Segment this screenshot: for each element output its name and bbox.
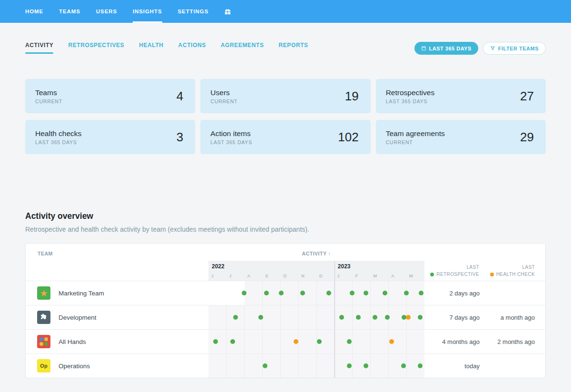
nav-item-teams[interactable]: TEAMS bbox=[59, 0, 80, 23]
activity-dot-retrospective bbox=[230, 339, 235, 344]
last-retrospective-column-header[interactable]: LAST RETROSPECTIVE bbox=[430, 264, 479, 278]
activity-table-body: ★Marketing Team2 days agoDevelopment7 da… bbox=[26, 281, 545, 378]
last-retrospective-value: today bbox=[424, 354, 488, 378]
tab-health[interactable]: HEALTH bbox=[139, 42, 163, 54]
tab-activity[interactable]: ACTIVITY bbox=[25, 42, 53, 54]
stat-card-value: 29 bbox=[520, 130, 534, 145]
timeline-month-cell bbox=[298, 330, 316, 353]
month-label: J bbox=[226, 274, 245, 280]
team-name: All Hands bbox=[59, 338, 86, 345]
timeline-month-cell bbox=[316, 354, 335, 378]
timeline-month-cell bbox=[226, 354, 244, 378]
month-label: M bbox=[370, 274, 388, 280]
activity-dot-retrospective bbox=[404, 291, 409, 295]
stat-card-value: 27 bbox=[520, 89, 534, 104]
timeline-month-cell bbox=[244, 281, 262, 305]
activity-dot-retrospective bbox=[364, 363, 368, 368]
stat-card-value: 19 bbox=[345, 89, 359, 104]
activity-dot-retrospective bbox=[213, 339, 218, 344]
activity-dot-retrospective bbox=[279, 291, 284, 295]
timeline-month-cells bbox=[208, 354, 424, 378]
insights-tabs: ACTIVITYRETROSPECTIVESHEALTHACTIONSAGREE… bbox=[25, 42, 546, 55]
stat-card-action-items: Action itemsLAST 365 DAYS102 bbox=[200, 120, 370, 154]
star-icon: ★ bbox=[39, 289, 48, 298]
last-retrospective-value: 7 days ago bbox=[424, 305, 488, 329]
timeline-month-cell bbox=[262, 305, 280, 329]
stat-card-users: UsersCURRENT19 bbox=[200, 79, 370, 113]
activity-dot-retrospective bbox=[373, 315, 377, 320]
timeline-month-cell bbox=[352, 330, 370, 353]
activity-dot-retrospective bbox=[242, 291, 246, 295]
tab-actions[interactable]: ACTIONS bbox=[178, 42, 206, 54]
stat-card-subtitle: CURRENT bbox=[210, 98, 237, 104]
activity-timeline bbox=[208, 281, 424, 305]
timeline-month-cell bbox=[406, 330, 424, 353]
year-label-2023: 2023 bbox=[338, 263, 351, 270]
nav-item-settings[interactable]: SETTINGS bbox=[178, 0, 209, 23]
month-label: S bbox=[262, 274, 280, 280]
activity-timeline bbox=[208, 305, 424, 329]
gift-icon[interactable] bbox=[224, 0, 231, 23]
month-label: N bbox=[298, 274, 316, 280]
timeline-month-cell bbox=[262, 330, 280, 353]
activity-overview-subtitle: Retrospective and health check activity … bbox=[25, 225, 546, 233]
nav-item-insights[interactable]: INSIGHTS bbox=[133, 0, 162, 23]
toolbar: LAST 365 DAYS FILTER TEAMS bbox=[414, 42, 546, 55]
last-health-check-column-header[interactable]: LAST HEALTH CHECK bbox=[490, 264, 535, 278]
tab-retrospectives[interactable]: RETROSPECTIVES bbox=[68, 42, 124, 54]
stat-card-subtitle: LAST 365 DAYS bbox=[386, 98, 435, 104]
tab-reports[interactable]: REPORTS bbox=[279, 42, 308, 54]
stat-card-subtitle: CURRENT bbox=[386, 139, 445, 145]
timeline-month-cell bbox=[280, 354, 298, 378]
activity-dot-retrospective bbox=[383, 291, 387, 295]
timeline-month-cell bbox=[370, 354, 388, 378]
activity-dot-retrospective bbox=[264, 291, 269, 295]
timeline-month-cell bbox=[208, 354, 226, 378]
last-retrospective-header-line1: LAST bbox=[430, 264, 479, 271]
activity-dot-health-check bbox=[389, 339, 394, 344]
timeline-month-cell bbox=[316, 281, 335, 305]
puzzle-icon bbox=[39, 313, 48, 322]
health-check-legend-dot bbox=[490, 273, 494, 276]
filter-teams-button[interactable]: FILTER TEAMS bbox=[483, 42, 546, 55]
stat-card-title: Team agreements bbox=[386, 129, 445, 138]
last-health-check-header-line1: LAST bbox=[490, 264, 535, 271]
activity-timeline bbox=[208, 354, 424, 378]
activity-dot-retrospective bbox=[350, 291, 354, 295]
team-name: Development bbox=[59, 314, 97, 321]
stat-card-retrospectives: RetrospectivesLAST 365 DAYS27 bbox=[376, 79, 546, 113]
team-name: Operations bbox=[59, 363, 90, 370]
activity-dot-retrospective bbox=[326, 291, 331, 295]
year-divider-line bbox=[335, 330, 335, 353]
date-range-button[interactable]: LAST 365 DAYS bbox=[414, 42, 478, 55]
year-label-2022: 2022 bbox=[212, 263, 225, 270]
activity-overview-title: Activity overview bbox=[25, 211, 546, 221]
timeline-month-cell bbox=[298, 354, 316, 378]
team-row-development: Development7 days agoa month ago bbox=[26, 305, 545, 329]
year-divider-line bbox=[335, 281, 335, 305]
stat-card-title: Retrospectives bbox=[386, 88, 435, 97]
timeline-month-cell bbox=[352, 305, 370, 329]
team-row-marketing-team: ★Marketing Team2 days ago bbox=[26, 281, 545, 305]
last-retrospective-header-line2: RETROSPECTIVE bbox=[436, 272, 479, 277]
tab-agreements[interactable]: AGREEMENTS bbox=[221, 42, 264, 54]
year-divider-line bbox=[335, 261, 335, 281]
month-label: A bbox=[245, 274, 263, 280]
timeline-month-cell bbox=[316, 305, 335, 329]
activity-dot-retrospective bbox=[339, 315, 344, 320]
stat-card-value: 4 bbox=[177, 89, 183, 104]
activity-dot-retrospective bbox=[385, 315, 390, 320]
activity-dot-retrospective bbox=[401, 363, 406, 368]
nav-item-users[interactable]: USERS bbox=[96, 0, 117, 23]
activity-column-header[interactable]: ACTIVITY ↑ bbox=[208, 251, 424, 256]
activity-column-label: ACTIVITY bbox=[302, 251, 327, 256]
stat-card-subtitle: CURRENT bbox=[35, 98, 62, 104]
month-label: J bbox=[335, 274, 353, 280]
stat-card-teams: TeamsCURRENT4 bbox=[25, 79, 195, 113]
stat-card-subtitle: LAST 365 DAYS bbox=[210, 139, 252, 145]
timeline-blank-region bbox=[208, 281, 245, 305]
last-health-check-value: 2 months ago bbox=[488, 330, 545, 353]
nav-item-home[interactable]: HOME bbox=[25, 0, 43, 23]
team-row-all-hands: All Hands4 months ago2 months ago bbox=[26, 329, 545, 353]
month-label: D bbox=[316, 274, 335, 280]
